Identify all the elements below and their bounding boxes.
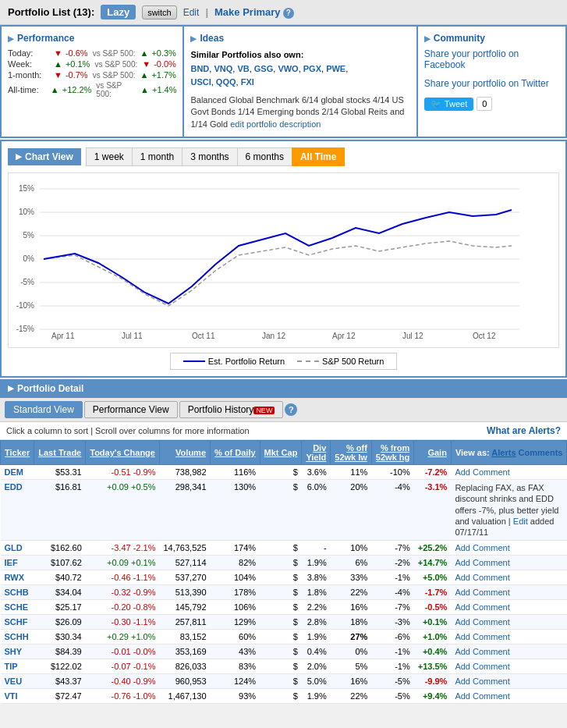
ticker-link[interactable]: SCHB <box>5 588 29 597</box>
idea-ticker-gsg[interactable]: GSG <box>254 64 273 73</box>
th-mkt-cap[interactable]: Mkt Cap <box>260 440 302 464</box>
chart-tab-1week[interactable]: 1 week <box>86 147 132 166</box>
th-div-yield[interactable]: DivYield <box>302 440 331 464</box>
performance-rows: Today: ▼ -0.6% vs S&P 500: ▲ +0.3% Week:… <box>8 48 176 98</box>
idea-ticker-vwo[interactable]: VWO <box>278 64 298 73</box>
perf-row-alltime: All-time: ▲ +12.2% vs S&P 500: ▲ +1.4% <box>8 81 176 98</box>
cell-from-52wk-hg: -7% <box>371 541 413 556</box>
add-comment-link[interactable]: Add Comment <box>455 677 509 686</box>
tweet-row: 🐦 Tweet 0 <box>424 97 559 111</box>
cell-comment: Add Comment <box>451 570 567 585</box>
idea-ticker-pwe[interactable]: PWE <box>326 64 346 73</box>
add-comment-link[interactable]: Add Comment <box>455 602 509 612</box>
cell-mkt-cap: $ <box>260 615 302 630</box>
cell-off-52wk-lw: 6% <box>331 556 372 570</box>
idea-ticker-vnq[interactable]: VNQ <box>214 64 232 73</box>
view-as-comments-link[interactable]: Comments <box>519 448 563 457</box>
cell-from-52wk-hg: -3% <box>371 615 413 630</box>
idea-ticker-pgx[interactable]: PGX <box>303 64 321 73</box>
idea-ticker-vb[interactable]: VB <box>237 64 249 73</box>
ticker-link[interactable]: RWX <box>5 573 24 582</box>
ticker-link[interactable]: GLD <box>5 543 23 552</box>
add-comment-link[interactable]: Add Comment <box>455 647 509 656</box>
ticker-link[interactable]: DEM <box>5 467 23 477</box>
new-badge: NEW <box>253 407 275 414</box>
idea-ticker-fxi[interactable]: FXI <box>241 77 254 87</box>
ticker-link[interactable]: VTI <box>5 691 18 701</box>
cell-off-52wk-lw: 27% <box>331 630 372 645</box>
cell-change: -0.46 -1.1% <box>86 570 160 585</box>
cell-from-52wk-hg: -7% <box>371 600 413 615</box>
ticker-link[interactable]: SCHE <box>5 602 29 612</box>
cell-comment: Add Comment <box>451 585 567 600</box>
ticker-link[interactable]: SCHH <box>5 632 29 641</box>
tweet-button[interactable]: 🐦 Tweet <box>424 98 473 111</box>
idea-ticker-usci[interactable]: USCI <box>190 77 211 87</box>
cell-off-52wk-lw: 11% <box>331 464 372 479</box>
cell-volume: 298,341 <box>159 479 210 540</box>
ticker-link[interactable]: SCHF <box>5 617 28 627</box>
cell-change: -0.76 -1.0% <box>86 689 160 704</box>
help-icon-tabs[interactable]: ? <box>285 403 297 416</box>
add-comment-link[interactable]: Add Comment <box>455 632 509 641</box>
cell-pct-daily: 104% <box>211 570 260 585</box>
tab-portfolio-history[interactable]: Portfolio HistoryNEW <box>179 401 284 418</box>
ticker-link[interactable]: VEU <box>5 677 23 686</box>
ticker-link[interactable]: SHY <box>5 647 23 656</box>
add-comment-link[interactable]: Add Comment <box>455 662 509 671</box>
cell-off-52wk-lw: 0% <box>331 645 372 659</box>
table-row: SCHF $26.09 -0.30 -1.1% 257,811 129% $ 2… <box>1 615 567 630</box>
th-last-trade[interactable]: Last Trade <box>34 440 86 464</box>
view-as-alerts-link[interactable]: Alerts <box>491 448 516 457</box>
add-comment-link[interactable]: Add Comment <box>455 617 509 627</box>
th-off-52wk-lw[interactable]: % off52wk lw <box>331 440 372 464</box>
th-volume[interactable]: Volume <box>159 440 210 464</box>
chart-tab-1month[interactable]: 1 month <box>132 147 182 166</box>
add-comment-link[interactable]: Add Comment <box>455 588 509 597</box>
idea-ticker-qqq[interactable]: QQQ <box>216 77 236 87</box>
cell-volume: 960,953 <box>159 674 210 689</box>
perf-row-1month: 1-month: ▼ -0.7% vs S&P 500: ▲ +1.7% <box>8 70 176 80</box>
tab-standard-view[interactable]: Standard View <box>5 401 83 418</box>
cell-mkt-cap: $ <box>260 570 302 585</box>
cell-mkt-cap: $ <box>260 630 302 645</box>
cell-change: -0.07 -0.1% <box>86 659 160 674</box>
cell-comment: Add Comment <box>451 659 567 674</box>
edit-portfolio-desc-link[interactable]: edit portfolio description <box>230 119 321 129</box>
add-comment-link[interactable]: Add Comment <box>455 573 509 582</box>
what-are-alerts-link[interactable]: What are Alerts? <box>487 425 561 436</box>
add-comment-link[interactable]: Add Comment <box>455 543 509 552</box>
cell-ticker: IEF <box>1 556 34 570</box>
table-row: SCHH $30.34 +0.29 +1.0% 83,152 60% $ 1.9… <box>1 630 567 645</box>
make-primary-link[interactable]: Make Primary ? <box>214 6 294 19</box>
add-comment-link[interactable]: Add Comment <box>455 691 509 701</box>
th-pct-daily[interactable]: % of Daily <box>211 440 260 464</box>
tab-performance-view[interactable]: Performance View <box>84 401 178 418</box>
community-title: Community <box>424 33 559 44</box>
sort-info: Click a column to sort | Scroll over col… <box>0 422 567 440</box>
th-from-52wk-hg[interactable]: % from52wk hg <box>371 440 413 464</box>
cell-from-52wk-hg: -5% <box>371 674 413 689</box>
twitter-share-link[interactable]: Share your portfolio on Twitter <box>424 78 559 89</box>
cell-mkt-cap: $ <box>260 585 302 600</box>
cell-off-52wk-lw: 5% <box>331 659 372 674</box>
ticker-link[interactable]: TIP <box>5 662 18 671</box>
edit-link[interactable]: Edit <box>183 7 200 18</box>
ticker-link[interactable]: EDD <box>5 482 23 492</box>
cell-off-52wk-lw: 16% <box>331 600 372 615</box>
th-gain[interactable]: Gain <box>414 440 452 464</box>
chart-tab-alltime[interactable]: All Time <box>292 147 345 166</box>
ticker-link[interactable]: IEF <box>5 558 18 567</box>
th-todays-change[interactable]: Today's Change <box>86 440 160 464</box>
chart-tab-3months[interactable]: 3 months <box>182 147 236 166</box>
legend-portfolio-line <box>183 360 205 362</box>
th-ticker[interactable]: Ticker <box>1 440 34 464</box>
chart-tab-6months[interactable]: 6 months <box>237 147 292 166</box>
svg-text:Oct 12: Oct 12 <box>473 332 496 340</box>
add-comment-link[interactable]: Add Comment <box>455 558 509 567</box>
cell-change: +0.09 +0.5% <box>86 479 160 540</box>
add-comment-link[interactable]: Add Comment <box>455 467 509 477</box>
idea-ticker-bnd[interactable]: BND <box>190 64 209 73</box>
facebook-share-link[interactable]: Share your portfolio on Facebook <box>424 48 559 70</box>
switch-button[interactable]: switch <box>142 5 177 20</box>
